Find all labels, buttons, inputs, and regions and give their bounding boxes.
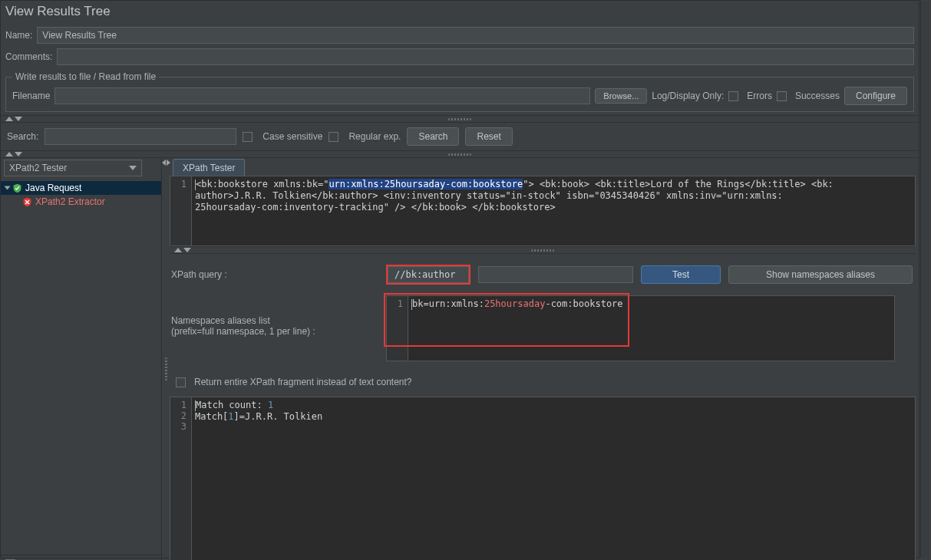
window-scrollbar[interactable]: [920, 1, 929, 558]
tree-node-xpath2-extractor[interactable]: XPath2 Extractor: [1, 195, 161, 209]
return-fragment-checkbox[interactable]: [176, 377, 186, 387]
regex-label: Regular exp.: [348, 131, 401, 142]
write-results-legend: Write results to file / Read from file: [12, 71, 159, 82]
tree-node-java-request[interactable]: Java Request: [1, 181, 161, 195]
namespaces-editor[interactable]: 1 bk=urn:xmlns:25hoursaday-com:bookstore: [386, 295, 895, 361]
results-tree[interactable]: Java Request XPath2 Extractor: [1, 178, 161, 555]
test-button[interactable]: Test: [641, 265, 721, 284]
write-results-group: Write results to file / Read from file F…: [5, 71, 914, 112]
successes-label: Successes: [795, 91, 840, 101]
results-editor[interactable]: 1 2 3 Match count: 1 Match[1]=J.R.R. Tol…: [170, 397, 916, 560]
tree-node-label: XPath2 Extractor: [35, 196, 105, 207]
right-pane: XPath Tester 1 <bk:bookstore xmlns:bk="u…: [170, 158, 919, 560]
comments-label: Comments:: [5, 51, 52, 62]
reset-button[interactable]: Reset: [465, 127, 512, 146]
comments-input[interactable]: [57, 48, 914, 65]
splitter-h2[interactable]: [1, 150, 919, 158]
xpath-query-input-ext[interactable]: [478, 266, 633, 283]
search-label: Search:: [7, 131, 38, 142]
filename-input[interactable]: [54, 87, 590, 104]
ns-label-1: Namespaces aliases list: [171, 315, 378, 326]
case-sensitive-checkbox[interactable]: [243, 132, 253, 142]
xpath-query-input[interactable]: [388, 266, 469, 283]
tree-expand-icon[interactable]: [5, 186, 11, 190]
view-results-tree-panel: View Results Tree Name: Comments: Write …: [0, 0, 919, 558]
case-sensitive-label: Case sensitive: [262, 131, 322, 142]
xpath-query-label: XPath query :: [171, 269, 378, 280]
splitter-h1[interactable]: [1, 115, 919, 123]
xml-source-editor[interactable]: 1 <bk:bookstore xmlns:bk="urn:xmlns:25ho…: [170, 176, 916, 246]
search-input[interactable]: [45, 128, 236, 145]
tab-xpath-tester[interactable]: XPath Tester: [173, 159, 245, 176]
search-button[interactable]: Search: [407, 127, 459, 146]
filename-label: Filename: [12, 91, 50, 101]
errors-checkbox[interactable]: [728, 91, 738, 101]
splitter-v1[interactable]: [162, 158, 170, 560]
configure-button[interactable]: Configure: [844, 87, 907, 105]
logdisplay-label: Log/Display Only:: [652, 91, 724, 101]
browse-button[interactable]: Browse...: [595, 88, 647, 104]
shield-fail-icon: [22, 197, 32, 207]
splitter-h3[interactable]: [170, 246, 916, 254]
shield-success-icon: [12, 183, 22, 193]
sidebar: XPath2 Tester Java Request XPath2 Extrac…: [1, 158, 162, 560]
show-namespaces-button[interactable]: Show namespaces aliases: [728, 265, 913, 284]
tester-dropdown[interactable]: XPath2 Tester: [4, 160, 142, 176]
chevron-down-icon: [129, 166, 137, 170]
name-label: Name:: [5, 30, 32, 41]
regex-checkbox[interactable]: [328, 132, 338, 142]
tree-node-label: Java Request: [25, 183, 81, 193]
name-input[interactable]: [37, 27, 914, 44]
return-fragment-label: Return entire XPath fragment instead of …: [194, 377, 412, 387]
panel-title: View Results Tree: [1, 1, 919, 25]
successes-checkbox[interactable]: [777, 91, 787, 101]
ns-label-2: (prefix=full namespace, 1 per line) :: [171, 326, 378, 337]
errors-label: Errors: [747, 91, 772, 101]
tester-dropdown-label: XPath2 Tester: [9, 163, 67, 173]
